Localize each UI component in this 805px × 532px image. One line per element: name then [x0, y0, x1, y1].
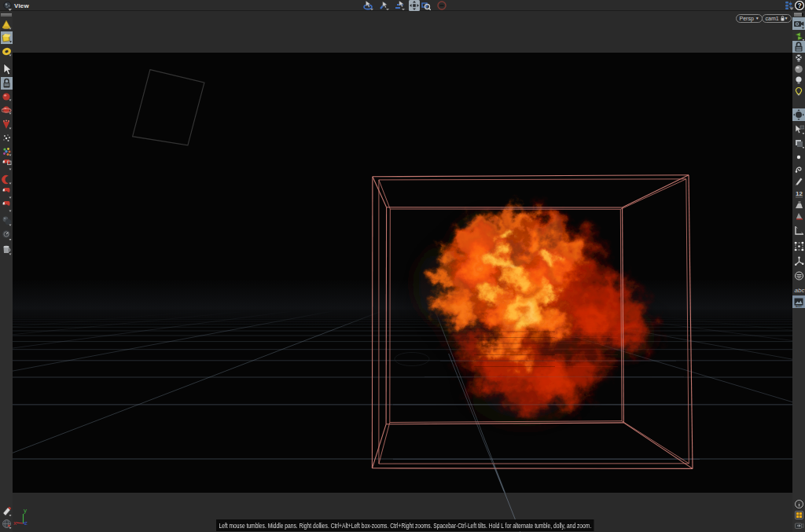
svg-text:z: z — [24, 519, 28, 526]
svg-text:?: ? — [797, 2, 801, 9]
svg-text:y: y — [24, 507, 27, 514]
svg-text:Edit: Edit — [796, 304, 803, 308]
svg-text:x: x — [13, 519, 17, 526]
svg-text:abc: abc — [795, 287, 805, 294]
svg-text:12: 12 — [796, 190, 803, 197]
